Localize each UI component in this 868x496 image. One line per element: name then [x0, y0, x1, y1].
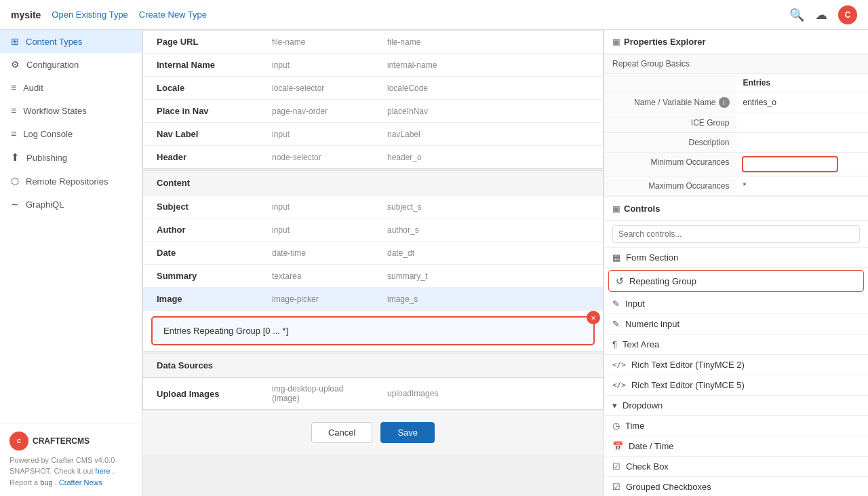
sidebar-item-configuration[interactable]: ⚙ Configuration — [0, 53, 142, 76]
save-button[interactable]: Save — [380, 422, 435, 443]
repeating-group-icon: ↺ — [616, 275, 624, 286]
prop-min-value[interactable]: 0 — [736, 153, 869, 176]
rte2-icon: </> — [612, 360, 626, 369]
table-row: Date date-time date_dt — [143, 242, 603, 265]
datasource-row: Upload Images img-desktop-upload(image) … — [143, 378, 603, 409]
craftercms-logo-text: CRAFTERCMS — [33, 436, 90, 446]
sidebar-item-remote-repositories[interactable]: ⬡ Remote Repositories — [0, 170, 142, 193]
grouped-checkboxes-icon: ☑ — [612, 482, 620, 492]
prop-desc-label: Description — [604, 133, 736, 153]
sidebar-item-workflow-states[interactable]: ≡ Workflow States — [0, 99, 142, 122]
sidebar-label-configuration: Configuration — [26, 60, 79, 70]
table-row-image: Image image-picker image_s — [143, 288, 603, 311]
table-row: Page URL file-name file-name — [143, 31, 603, 54]
cloud-icon[interactable]: ☁ — [815, 7, 827, 22]
control-item-date-time[interactable]: 📅 Date / Time — [604, 436, 868, 457]
user-avatar[interactable]: C — [838, 5, 857, 24]
control-label-text-area: Text Area — [623, 339, 659, 349]
open-existing-type-link[interactable]: Open Existing Type — [52, 9, 128, 20]
repeating-group-row[interactable]: Entries Repeating Group [0 ... *] × — [151, 316, 595, 345]
control-item-form-section[interactable]: ▦ Form Section — [604, 248, 868, 268]
control-label-rte2: Rich Text Editor (TinyMCE 2) — [631, 360, 745, 370]
table-row: Subject input subject_s — [143, 195, 603, 218]
sidebar-label-publishing: Publishing — [26, 153, 67, 163]
search-controls-input[interactable] — [612, 225, 860, 243]
control-label-form-section: Form Section — [626, 252, 678, 263]
control-label-dropdown: Dropdown — [623, 400, 663, 411]
graphiql-icon: ∼ — [11, 199, 19, 210]
log-icon: ≡ — [11, 128, 16, 139]
controls-title: Controls — [624, 204, 660, 214]
workflow-icon: ≡ — [11, 105, 16, 116]
sidebar-item-publishing[interactable]: ⬆ Publishing — [0, 145, 142, 170]
content-section-header: Content — [143, 171, 603, 195]
control-item-dropdown[interactable]: ▾ Dropdown — [604, 396, 868, 416]
sidebar-label-workflow-states: Workflow States — [23, 106, 87, 116]
control-item-input[interactable]: ✎ Input — [604, 294, 868, 314]
create-new-type-link[interactable]: Create New Type — [139, 9, 207, 20]
sidebar-item-graphiql[interactable]: ∼ GraphiQL — [0, 193, 142, 216]
remote-repos-icon: ⬡ — [11, 176, 19, 187]
sidebar-item-audit[interactable]: ≡ Audit — [0, 76, 142, 99]
table-row: Locale locale-selector localeCode — [143, 77, 603, 100]
control-item-grouped-checkboxes[interactable]: ☑ Grouped Checkboxes — [604, 477, 868, 496]
table-row: Place in Nav page-nav-order placeInNav — [143, 100, 603, 123]
prop-max-label: Maximum Occurances — [604, 176, 736, 196]
table-row: Author input author_s — [143, 218, 603, 242]
gear-icon: ⚙ — [11, 59, 20, 70]
prop-min-label: Minimum Occurances — [604, 153, 736, 176]
controls-collapse-icon[interactable]: ▣ — [612, 204, 620, 214]
cancel-button[interactable]: Cancel — [311, 422, 372, 443]
prop-empty — [604, 74, 736, 92]
control-item-numeric-input[interactable]: ✎ Numeric input — [604, 314, 868, 335]
craftercms-logo: C — [9, 432, 28, 451]
repeat-group-basics-label: Repeat Group Basics — [604, 54, 868, 74]
controls-header: ▣ Controls — [604, 197, 868, 221]
text-area-icon: ¶ — [612, 339, 617, 349]
prop-ice-value — [736, 113, 869, 133]
control-item-time[interactable]: ◷ Time — [604, 416, 868, 436]
sidebar-label-audit: Audit — [23, 83, 43, 93]
close-repeating-group-button[interactable]: × — [587, 311, 600, 324]
info-icon[interactable]: i — [719, 97, 730, 108]
table-row: Internal Name input internal-name — [143, 54, 603, 77]
table-row: Summary textarea summary_t — [143, 265, 603, 288]
min-occurances-input[interactable]: 0 — [742, 156, 839, 172]
control-label-grouped-checkboxes: Grouped Checkboxes — [626, 482, 711, 492]
sidebar-item-content-types[interactable]: ⊞ Content Types — [0, 30, 142, 53]
table-row: Nav Label input navLabel — [143, 123, 603, 146]
control-label-input: Input — [625, 299, 645, 309]
control-label-check-box: Check Box — [626, 461, 669, 472]
control-label-numeric-input: Numeric input — [625, 319, 679, 329]
crafter-news-link[interactable]: Crafter News — [59, 478, 102, 487]
control-label-time: Time — [625, 421, 644, 431]
here-link[interactable]: here — [96, 467, 111, 475]
brand: mysite — [11, 9, 41, 20]
control-item-check-box[interactable]: ☑ Check Box — [604, 457, 868, 477]
numeric-input-icon: ✎ — [612, 319, 620, 329]
datasources-section-header: Data Sources — [143, 354, 603, 378]
prop-title-header: Entries — [736, 74, 869, 92]
properties-explorer-title: Properties Explorer — [624, 37, 706, 47]
control-label-date-time: Date / Time — [629, 441, 673, 451]
control-label-repeating-group: Repeating Group — [629, 276, 696, 286]
sidebar-label-graphiql: GraphiQL — [26, 199, 64, 210]
input-icon: ✎ — [612, 299, 620, 309]
prop-ice-label: ICE Group — [604, 113, 736, 133]
grid-icon: ⊞ — [11, 36, 19, 47]
control-item-text-area[interactable]: ¶ Text Area — [604, 335, 868, 355]
bug-link[interactable]: bug — [40, 478, 52, 487]
checkbox-icon: ☑ — [612, 461, 620, 472]
date-time-icon: 📅 — [612, 441, 623, 451]
control-item-rte-tinymce2[interactable]: </> Rich Text Editor (TinyMCE 2) — [604, 355, 868, 375]
sidebar-item-log-console[interactable]: ≡ Log Console — [0, 122, 142, 145]
sidebar-label-content-types: Content Types — [26, 37, 83, 47]
control-item-repeating-group[interactable]: ↺ Repeating Group — [608, 270, 864, 292]
search-icon[interactable]: 🔍 — [789, 7, 804, 22]
collapse-icon[interactable]: ▣ — [612, 37, 620, 47]
control-label-rte5: Rich Text Editor (TinyMCE 5) — [631, 380, 745, 390]
dropdown-icon: ▾ — [612, 400, 617, 411]
control-item-rte-tinymce5[interactable]: </> Rich Text Editor (TinyMCE 5) — [604, 375, 868, 396]
time-icon: ◷ — [612, 421, 620, 431]
repeating-group-label: Entries Repeating Group [0 ... *] — [163, 326, 288, 336]
